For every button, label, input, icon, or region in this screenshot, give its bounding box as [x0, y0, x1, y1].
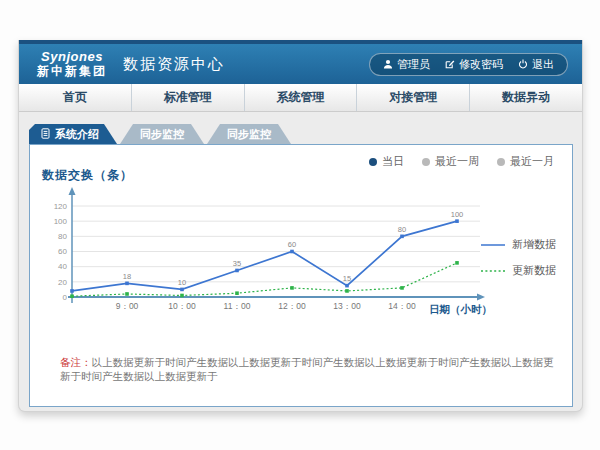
svg-text:100: 100	[451, 210, 464, 219]
svg-text:10: 10	[178, 278, 186, 287]
content-area: 系统介绍同步监控同步监控 当日最近一周最近一月 数据交换（条） 02040608…	[19, 112, 582, 411]
legend-line-sample-icon	[481, 268, 505, 274]
app-header: Synjones 新中新集团 数据资源中心 管理员修改密码退出	[19, 44, 582, 84]
tab-2[interactable]: 同步监控	[207, 124, 291, 144]
nav-item-0[interactable]: 首页	[19, 84, 132, 111]
user-menu-power[interactable]: 退出	[518, 57, 554, 72]
svg-text:13：00: 13：00	[333, 301, 361, 311]
tab-bar: 系统介绍同步监控同步监控	[29, 124, 291, 144]
radio-dot-icon	[369, 158, 377, 166]
legend-line-sample-icon	[481, 242, 505, 248]
user-menu-user[interactable]: 管理员	[383, 57, 430, 72]
footnote: 备注：以上数据更新于时间产生数据以上数据更新于时间产生数据以上数据更新于时间产生…	[60, 356, 560, 384]
page-title: 数据资源中心	[123, 55, 225, 74]
svg-text:35: 35	[233, 259, 241, 268]
line-chart: 0204060801001209：0010：0011：0012：0013：001…	[44, 185, 494, 325]
svg-text:18: 18	[123, 272, 131, 281]
chart-container: 0204060801001209：0010：0011：0012：0013：001…	[44, 185, 494, 329]
svg-text:100: 100	[54, 217, 68, 226]
svg-text:120: 120	[54, 202, 68, 211]
svg-text:60: 60	[58, 247, 67, 256]
logo-text-en: Synjones	[37, 50, 107, 64]
svg-text:80: 80	[58, 232, 67, 241]
series-legend: 新增数据更新数据	[481, 237, 556, 278]
document-icon	[41, 128, 50, 141]
nav-item-3[interactable]: 对接管理	[357, 84, 470, 111]
chart-card: 当日最近一周最近一月 数据交换（条） 0204060801001209：0010…	[29, 144, 573, 407]
time-range-filters: 当日最近一周最近一月	[369, 154, 554, 169]
edit-icon	[445, 59, 455, 69]
main-nav: 首页标准管理系统管理对接管理数据异动	[19, 84, 582, 112]
legend-item-1: 更新数据	[481, 263, 556, 278]
svg-text:80: 80	[398, 225, 406, 234]
radio-dot-icon	[497, 158, 505, 166]
radio-dot-icon	[422, 158, 430, 166]
svg-text:11：00: 11：00	[224, 301, 251, 311]
user-menu: 管理员修改密码退出	[369, 53, 568, 76]
app-window: Synjones 新中新集团 数据资源中心 管理员修改密码退出 首页标准管理系统…	[18, 40, 583, 412]
svg-text:12：00: 12：00	[278, 301, 306, 311]
filter-radio-1[interactable]: 最近一周	[422, 154, 479, 169]
legend-item-0: 新增数据	[481, 237, 556, 252]
svg-text:14：00: 14：00	[388, 301, 416, 311]
svg-text:15: 15	[343, 274, 351, 283]
tab-1[interactable]: 同步监控	[120, 124, 204, 144]
nav-item-1[interactable]: 标准管理	[132, 84, 245, 111]
svg-text:日期（小时）: 日期（小时）	[429, 303, 492, 316]
filter-radio-0[interactable]: 当日	[369, 154, 404, 169]
svg-text:40: 40	[58, 262, 67, 271]
tab-0[interactable]: 系统介绍	[29, 124, 117, 144]
footnote-text: 以上数据更新于时间产生数据以上数据更新于时间产生数据以上数据更新于时间产生数据以…	[60, 356, 554, 382]
svg-text:0: 0	[63, 293, 68, 302]
footnote-prefix: 备注：	[60, 356, 92, 368]
svg-text:9：00: 9：00	[116, 301, 139, 311]
svg-text:20: 20	[58, 278, 67, 287]
user-icon	[383, 59, 393, 69]
svg-text:60: 60	[288, 240, 296, 249]
svg-text:10：00: 10：00	[168, 301, 196, 311]
y-axis-title: 数据交换（条）	[42, 167, 133, 184]
nav-item-2[interactable]: 系统管理	[245, 84, 358, 111]
company-logo: Synjones 新中新集团	[37, 50, 107, 77]
filter-radio-2[interactable]: 最近一月	[497, 154, 554, 169]
user-menu-edit[interactable]: 修改密码	[445, 57, 503, 72]
power-icon	[518, 59, 528, 69]
nav-item-4[interactable]: 数据异动	[470, 84, 582, 111]
logo-text-cn: 新中新集团	[37, 65, 107, 78]
